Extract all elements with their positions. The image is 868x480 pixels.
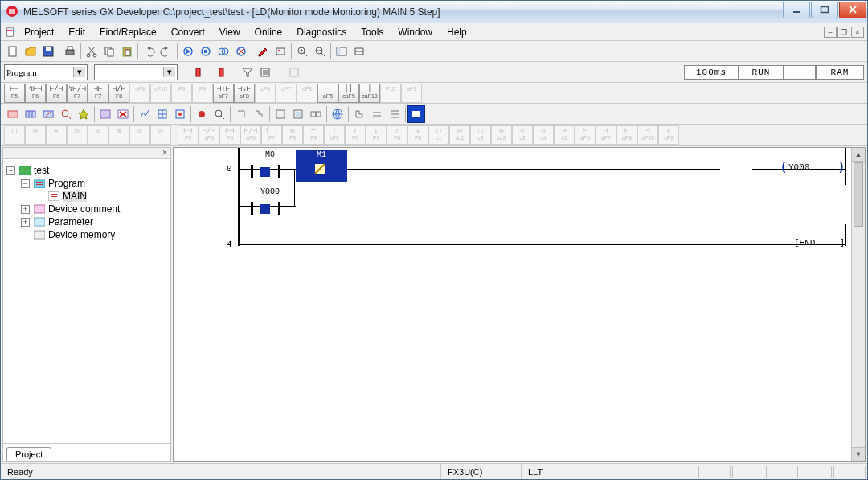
open-button[interactable] bbox=[22, 43, 39, 60]
cut-button[interactable] bbox=[83, 43, 100, 60]
monitor-start-button[interactable] bbox=[179, 43, 197, 60]
dev-btn-3[interactable] bbox=[171, 105, 189, 123]
net-button[interactable] bbox=[329, 105, 346, 123]
menu-help[interactable]: Help bbox=[440, 25, 474, 39]
fkey-button[interactable]: ↯⊢⊣F6 bbox=[25, 84, 46, 103]
rung-0[interactable]: 0 M0 M1 bbox=[174, 148, 851, 185]
ladder-button[interactable] bbox=[350, 43, 368, 60]
collapse-icon[interactable]: − bbox=[21, 179, 30, 188]
mon-star-button[interactable] bbox=[75, 105, 92, 123]
menu-find[interactable]: Find/Replace bbox=[92, 25, 164, 39]
bp-find-button[interactable] bbox=[211, 105, 228, 123]
tree-program[interactable]: − Program bbox=[6, 177, 167, 190]
mon-btn-1[interactable] bbox=[4, 105, 22, 123]
new-button[interactable] bbox=[4, 43, 22, 60]
rung-0-branch[interactable]: Y000 bbox=[174, 185, 851, 224]
fkey-button[interactable]: ─aF5 bbox=[317, 84, 338, 103]
contact-m1-selected[interactable]: M1 bbox=[296, 150, 347, 182]
rung-end[interactable]: 4 [END] bbox=[174, 224, 851, 256]
tree-parameter[interactable]: + Parameter bbox=[6, 215, 167, 228]
undo-button[interactable] bbox=[140, 43, 158, 60]
scroll-up-icon[interactable]: ▲ bbox=[852, 148, 865, 162]
tree-root[interactable]: − test bbox=[6, 164, 167, 177]
window-close-button[interactable] bbox=[839, 2, 866, 18]
fkey-button[interactable]: ⊣/⊢F8 bbox=[108, 84, 129, 103]
blank-button[interactable] bbox=[285, 64, 303, 81]
ladder-editor[interactable]: 0 M0 M1 bbox=[174, 148, 851, 256]
redo-button[interactable] bbox=[158, 43, 175, 60]
paste-button[interactable] bbox=[118, 43, 136, 60]
expand-icon[interactable]: + bbox=[21, 205, 30, 214]
monitor-write-button[interactable] bbox=[197, 43, 215, 60]
program-combo[interactable]: Program ▾ bbox=[4, 64, 88, 80]
coil-y000[interactable]: ( Y000 ) bbox=[780, 151, 845, 175]
monitor-all-button[interactable] bbox=[215, 43, 232, 60]
copy-button[interactable] bbox=[100, 43, 118, 60]
mdi-restore-button[interactable]: ❐ bbox=[837, 27, 850, 38]
step-btn-2[interactable] bbox=[250, 105, 268, 123]
filter-button[interactable] bbox=[239, 64, 256, 81]
dev-btn-1[interactable] bbox=[136, 105, 154, 123]
tree-devcomment[interactable]: + Device comment bbox=[6, 203, 167, 215]
vertical-scrollbar[interactable]: ▲ ▼ bbox=[851, 148, 865, 461]
project-tree[interactable]: − test − Program MAIN + Device comment + bbox=[3, 159, 170, 443]
fkey-button[interactable]: ┤├caF5 bbox=[338, 84, 359, 103]
zoom-out-button[interactable] bbox=[311, 43, 329, 60]
fkey-button[interactable]: ⊣↓⊢sF8 bbox=[234, 84, 255, 103]
mon-btn-2[interactable] bbox=[22, 105, 39, 123]
fkey-button[interactable]: ⊢⊣F5 bbox=[4, 84, 25, 103]
save-button[interactable] bbox=[39, 43, 57, 60]
tree-close-button[interactable]: × bbox=[159, 148, 170, 158]
menu-online[interactable]: Online bbox=[248, 25, 290, 39]
contact-m0[interactable]: M0 bbox=[246, 153, 294, 185]
device-combo[interactable]: ▾ bbox=[94, 64, 178, 80]
fkey-button[interactable]: ⊢/⊣F6 bbox=[46, 84, 67, 103]
fkey-button[interactable]: ⊣↑⊢sF7 bbox=[213, 84, 234, 103]
read-mode-button[interactable] bbox=[272, 43, 289, 60]
contact-y000[interactable]: Y000 bbox=[246, 190, 294, 222]
menu-convert[interactable]: Convert bbox=[164, 25, 212, 39]
trace-btn-1[interactable] bbox=[272, 105, 289, 123]
tree-tab-project[interactable]: Project bbox=[6, 447, 51, 461]
window-minimize-button[interactable] bbox=[783, 2, 810, 18]
monitor-on-button[interactable] bbox=[407, 105, 425, 123]
menu-edit[interactable]: Edit bbox=[61, 25, 92, 39]
fkey-button[interactable]: ⊣⊢F7 bbox=[88, 84, 108, 103]
fkey-button[interactable]: │caF10 bbox=[359, 84, 380, 103]
misc-btn-3[interactable] bbox=[386, 105, 403, 123]
zoom-in-button[interactable] bbox=[293, 43, 311, 60]
menu-view[interactable]: View bbox=[212, 25, 248, 39]
collapse-icon[interactable]: − bbox=[6, 166, 15, 175]
toggle-view-1-button[interactable] bbox=[192, 64, 210, 81]
write-mode-button[interactable] bbox=[254, 43, 272, 60]
menu-tools[interactable]: Tools bbox=[354, 25, 391, 39]
step-btn-1[interactable] bbox=[232, 105, 250, 123]
expand-icon[interactable]: + bbox=[21, 218, 30, 227]
print-button[interactable] bbox=[61, 43, 79, 60]
monitor-stop-button[interactable] bbox=[232, 43, 250, 60]
scroll-down-icon[interactable]: ▼ bbox=[852, 447, 865, 461]
mon-zoom-button[interactable] bbox=[57, 105, 75, 123]
toggle-view-2-button[interactable] bbox=[210, 64, 227, 81]
bp-btn-1[interactable] bbox=[193, 105, 211, 123]
window-maximize-button[interactable] bbox=[811, 2, 838, 18]
sort-button[interactable] bbox=[256, 64, 274, 81]
trace-btn-3[interactable] bbox=[307, 105, 325, 123]
menu-project[interactable]: Project bbox=[17, 25, 61, 39]
misc-btn-2[interactable] bbox=[368, 105, 386, 123]
project-window-button[interactable] bbox=[333, 43, 350, 60]
scroll-thumb[interactable] bbox=[854, 162, 863, 227]
tree-devmemory[interactable]: Device memory bbox=[6, 228, 167, 241]
menu-diag[interactable]: Diagnostics bbox=[289, 25, 354, 39]
menu-window[interactable]: Window bbox=[391, 25, 440, 39]
tree-main[interactable]: MAIN bbox=[6, 190, 167, 203]
fkey-button[interactable]: ↯⊢/⊣F7 bbox=[67, 84, 88, 103]
entry-btn-x[interactable] bbox=[114, 105, 132, 123]
mdi-close-button[interactable]: × bbox=[851, 27, 864, 38]
dev-btn-2[interactable] bbox=[154, 105, 171, 123]
trace-btn-2[interactable] bbox=[289, 105, 307, 123]
mdi-minimize-button[interactable]: – bbox=[824, 27, 837, 38]
mon-btn-3[interactable] bbox=[39, 105, 57, 123]
entry-btn-1[interactable] bbox=[96, 105, 114, 123]
misc-btn-1[interactable] bbox=[350, 105, 368, 123]
